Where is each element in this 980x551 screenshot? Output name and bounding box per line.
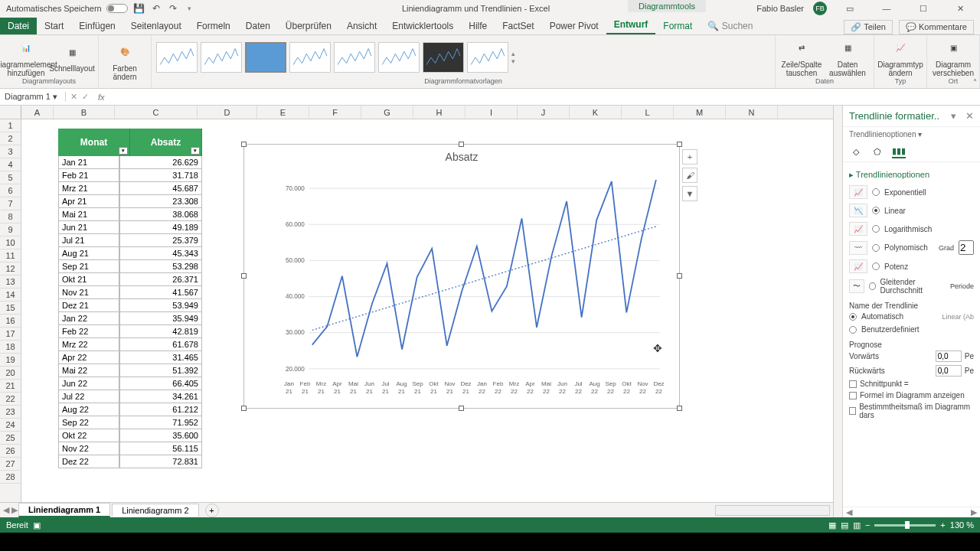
column-header[interactable]: J bbox=[518, 106, 570, 119]
data-series-line[interactable] bbox=[312, 180, 657, 357]
vertical-scrollbar[interactable] bbox=[833, 106, 842, 517]
table-row[interactable]: Nov 2141.567 bbox=[58, 286, 202, 299]
row-header[interactable]: 27 bbox=[0, 458, 21, 471]
add-sheet-button[interactable]: + bbox=[205, 504, 219, 517]
chart-style-option[interactable] bbox=[334, 42, 375, 73]
undo-icon[interactable]: ↶ bbox=[151, 3, 162, 14]
resize-handle[interactable] bbox=[677, 273, 682, 279]
chart-style-option[interactable] bbox=[289, 42, 331, 73]
column-header[interactable]: N bbox=[726, 106, 778, 119]
zoom-out-icon[interactable]: − bbox=[865, 520, 870, 530]
name-box[interactable]: Diagramm 1 ▾ bbox=[0, 92, 66, 102]
row-header[interactable]: 22 bbox=[0, 393, 21, 406]
view-page-icon[interactable]: ▤ bbox=[841, 520, 848, 530]
chart-styles-button[interactable]: 🖌 bbox=[682, 168, 697, 183]
trend-moving-avg[interactable]: 〜Gleitender DurchschnittPeriode bbox=[849, 276, 974, 297]
table-row[interactable]: Mai 2251.392 bbox=[58, 364, 202, 377]
resize-handle[interactable] bbox=[459, 142, 464, 147]
select-all-corner[interactable] bbox=[0, 106, 21, 119]
chart-title[interactable]: Absatz bbox=[244, 145, 679, 166]
tab-powerpivot[interactable]: Power Pivot bbox=[542, 18, 606, 34]
maximize-icon[interactable]: ☐ bbox=[910, 0, 937, 17]
redo-icon[interactable]: ↷ bbox=[168, 3, 178, 14]
tab-developer[interactable]: Entwicklertools bbox=[384, 18, 461, 34]
fx-icon[interactable]: fx bbox=[93, 93, 109, 102]
cancel-formula-icon[interactable]: ✕ bbox=[70, 92, 77, 102]
table-row[interactable]: Jan 2235.949 bbox=[58, 312, 202, 325]
chart-filters-button[interactable]: ▼ bbox=[682, 186, 697, 201]
close-icon[interactable]: ✕ bbox=[946, 0, 974, 17]
search-box[interactable]: 🔍 Suchen bbox=[700, 18, 760, 34]
table-row[interactable]: Dez 2272.831 bbox=[58, 455, 202, 468]
row-header[interactable]: 26 bbox=[0, 445, 21, 458]
sheet-tab-1[interactable]: Liniendiagramm 1 bbox=[18, 503, 110, 517]
chart-style-option[interactable] bbox=[245, 42, 286, 73]
column-header[interactable]: I bbox=[466, 106, 518, 119]
tab-review[interactable]: Überprüfen bbox=[278, 18, 339, 34]
table-row[interactable]: Feb 2131.718 bbox=[58, 169, 202, 182]
table-row[interactable]: Sep 2153.298 bbox=[58, 260, 202, 273]
horizontal-scrollbar[interactable] bbox=[715, 505, 830, 516]
row-header[interactable]: 13 bbox=[0, 276, 21, 289]
name-custom[interactable]: Benutzerdefiniert bbox=[849, 323, 974, 336]
table-row[interactable]: Okt 2235.600 bbox=[58, 429, 202, 442]
chart-elements-button[interactable]: + bbox=[682, 149, 697, 165]
tab-factset[interactable]: FactSet bbox=[495, 18, 541, 34]
resize-handle[interactable] bbox=[677, 406, 682, 411]
minimize-icon[interactable]: — bbox=[873, 0, 900, 17]
column-header[interactable]: G bbox=[361, 106, 413, 119]
column-header[interactable]: M bbox=[674, 106, 726, 119]
sheet-nav-icons[interactable]: ◀ ▶ bbox=[3, 505, 18, 515]
table-row[interactable]: Apr 2231.465 bbox=[58, 351, 202, 364]
row-header[interactable]: 7 bbox=[0, 197, 21, 210]
intercept-checkbox[interactable]: Schnittpunkt = bbox=[849, 378, 974, 390]
table-row[interactable]: Mrz 2145.687 bbox=[58, 182, 202, 195]
pane-scrollbar[interactable]: ◀▶ bbox=[843, 507, 980, 517]
column-header[interactable]: E bbox=[257, 106, 309, 119]
table-row[interactable]: Jan 2126.629 bbox=[58, 156, 202, 169]
ribbon-options-icon[interactable]: ▭ bbox=[836, 0, 864, 17]
tab-insert[interactable]: Einfügen bbox=[71, 18, 122, 34]
pane-subtitle[interactable]: Trendlinienoptionen ▾ bbox=[843, 127, 980, 142]
options-icon[interactable]: ▮▮▮ bbox=[892, 145, 906, 158]
view-normal-icon[interactable]: ▦ bbox=[828, 520, 836, 530]
table-row[interactable]: Nov 2256.115 bbox=[58, 442, 202, 455]
trend-exponential[interactable]: 📈Exponentiell bbox=[849, 183, 974, 201]
chart-style-option[interactable] bbox=[378, 42, 420, 73]
table-row[interactable]: Apr 2123.308 bbox=[58, 195, 202, 208]
chart-object[interactable]: Absatz 20.00030.00040.00050.00060.00070.… bbox=[243, 144, 680, 409]
row-header[interactable]: 16 bbox=[0, 315, 21, 328]
tab-help[interactable]: Hilfe bbox=[461, 18, 495, 34]
save-icon[interactable]: 💾 bbox=[134, 3, 145, 14]
row-header[interactable]: 5 bbox=[0, 171, 21, 184]
row-header[interactable]: 4 bbox=[0, 158, 21, 171]
chart-style-option[interactable] bbox=[423, 42, 464, 73]
row-header[interactable]: 8 bbox=[0, 210, 21, 223]
zoom-level[interactable]: 130 % bbox=[950, 520, 974, 530]
row-header[interactable]: 23 bbox=[0, 406, 21, 419]
column-header[interactable]: B bbox=[54, 106, 115, 119]
move-chart-button[interactable]: ▣ Diagramm verschieben bbox=[932, 37, 975, 77]
column-header[interactable]: K bbox=[570, 106, 622, 119]
table-row[interactable]: Okt 2126.371 bbox=[58, 273, 202, 286]
resize-handle[interactable] bbox=[241, 273, 247, 279]
tab-design[interactable]: Entwurf bbox=[606, 16, 656, 34]
table-row[interactable]: Dez 2153.949 bbox=[58, 299, 202, 312]
style-gallery-more[interactable]: ▴▾ bbox=[511, 50, 522, 65]
trend-linear[interactable]: 📉Linear bbox=[849, 201, 974, 220]
view-break-icon[interactable]: ▥ bbox=[853, 520, 861, 530]
column-header[interactable]: F bbox=[309, 106, 361, 119]
column-header[interactable]: A bbox=[21, 106, 54, 119]
table-row[interactable]: Aug 2261.212 bbox=[58, 403, 202, 416]
row-header[interactable]: 19 bbox=[0, 354, 21, 367]
table-row[interactable]: Jul 2125.379 bbox=[58, 234, 202, 247]
table-header-absatz[interactable]: Absatz▾ bbox=[130, 129, 202, 156]
resize-handle[interactable] bbox=[459, 406, 464, 411]
resize-handle[interactable] bbox=[241, 406, 247, 411]
row-header[interactable]: 17 bbox=[0, 328, 21, 341]
zoom-slider[interactable] bbox=[874, 524, 936, 527]
row-header[interactable]: 3 bbox=[0, 145, 21, 158]
table-row[interactable]: Mai 2138.068 bbox=[58, 208, 202, 221]
cells-area[interactable]: Monat▾ Absatz▾ Jan 2126.629Feb 2131.718M… bbox=[21, 119, 833, 502]
sheet-tab-2[interactable]: Liniendiagramm 2 bbox=[112, 504, 198, 517]
